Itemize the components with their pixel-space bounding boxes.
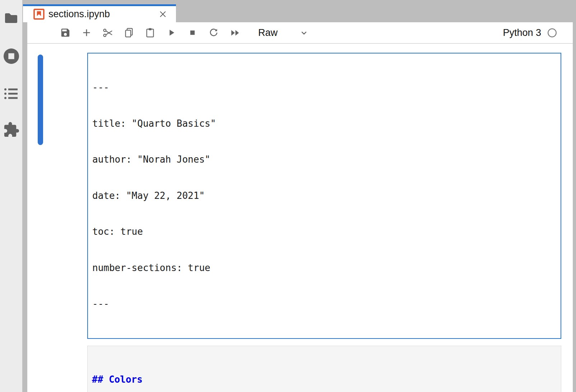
save-icon[interactable] [59, 26, 72, 39]
active-cell-collapser[interactable] [38, 55, 43, 145]
code-line: date: "May 22, 2021" [92, 190, 556, 202]
code-line: number-sections: true [92, 262, 556, 274]
notebook-panel: --- title: "Quarto Basics" author: "Nora… [27, 44, 573, 392]
code-line: toc: true [92, 226, 556, 238]
jupyterlab-window: { "tab": { "title": "sections.ipynb" }, … [0, 0, 576, 392]
cell-list: --- title: "Quarto Basics" author: "Nora… [87, 53, 561, 392]
markdown-cell-colors[interactable]: ## Colors - Red - Green - Blue [87, 346, 561, 392]
file-browser-icon[interactable] [0, 11, 22, 24]
add-cell-icon[interactable] [80, 26, 93, 39]
chevron-down-icon [299, 28, 309, 38]
table-of-contents-icon[interactable] [0, 87, 22, 100]
code-line: --- [92, 81, 556, 94]
copy-cells-icon[interactable] [122, 26, 135, 39]
code-line: title: "Quarto Basics" [92, 118, 556, 130]
kernel-idle-icon [547, 28, 557, 38]
run-all-icon[interactable] [228, 26, 241, 39]
left-sidebar [0, 0, 22, 392]
stop-kernel-icon[interactable] [186, 26, 199, 39]
kernel-name: Python 3 [503, 27, 541, 38]
restart-kernel-icon[interactable] [207, 26, 220, 39]
code-line: author: "Norah Jones" [92, 154, 556, 166]
kernel-indicator[interactable]: Python 3 [503, 27, 557, 38]
tab-sections-ipynb[interactable]: sections.ipynb [23, 4, 176, 22]
extensions-icon[interactable] [0, 121, 22, 138]
close-icon[interactable] [157, 8, 169, 20]
markdown-heading: ## Colors [92, 374, 557, 386]
notebook-toolbar: Raw Python 3 [27, 22, 573, 44]
notebook-icon [33, 9, 45, 20]
code-line: --- [92, 298, 556, 310]
tab-bar: sections.ipynb [22, 0, 576, 22]
paste-cells-icon[interactable] [144, 26, 157, 39]
run-cell-icon[interactable] [165, 26, 178, 39]
running-sessions-icon[interactable] [0, 48, 22, 65]
cut-cells-icon[interactable] [101, 26, 114, 39]
cell-type-dropdown[interactable]: Raw [258, 27, 309, 38]
tab-title: sections.ipynb [48, 9, 157, 20]
raw-cell-frontmatter[interactable]: --- title: "Quarto Basics" author: "Nora… [87, 53, 561, 339]
sidebar-divider [22, 0, 27, 392]
right-edge-strip [573, 0, 576, 392]
cell-type-value: Raw [258, 27, 278, 38]
